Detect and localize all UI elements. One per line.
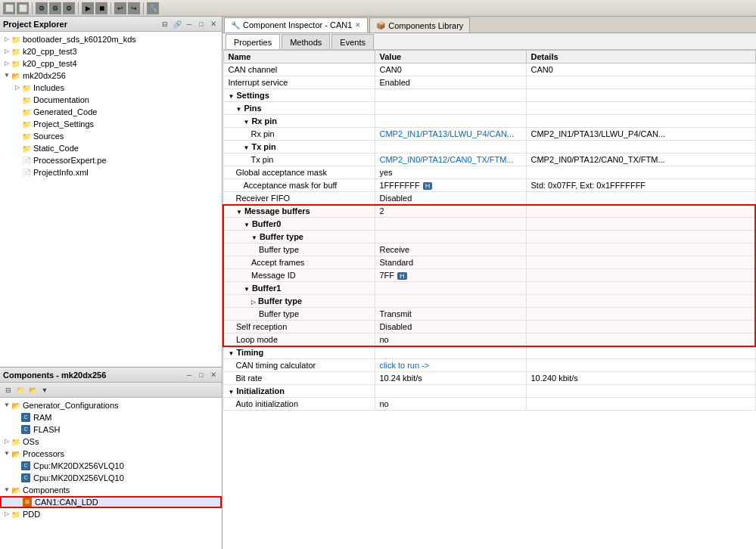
toolbar-icon-8[interactable]: ↩	[114, 2, 126, 14]
tree-item-static_code[interactable]: 📁Static_Code	[0, 142, 222, 154]
table-row: Buffer typeReceive	[223, 243, 755, 256]
comp-label-components_group: Components	[23, 485, 70, 495]
prop-details: Std: 0x07FF, Ext: 0x1FFFFFFF	[526, 179, 755, 192]
properties-table: Name Value Details CAN channelCAN0CAN0In…	[222, 50, 756, 411]
comp-folder-button[interactable]: 📂	[27, 385, 38, 395]
toolbar-icon-2[interactable]: ⬜	[17, 2, 29, 14]
tree-arrow-project_settings	[14, 120, 21, 128]
tree-item-includes[interactable]: ▷📁Includes	[0, 82, 222, 94]
collapse-all-button[interactable]: ⊟	[160, 19, 170, 29]
tree-label-project_settings: Project_Settings	[33, 119, 94, 129]
prop-name: Rx pin	[223, 128, 375, 141]
tab-properties[interactable]: Properties	[226, 34, 280, 49]
main-toolbar: ⬜ ⬜ ⚙ ⚙ ⚙ ▶ ⏹ ↩ ↪ 🔧	[0, 0, 756, 17]
table-row[interactable]: Rx pinCMP2_IN1/PTA13/LLWU_P4/CAN...CMP2_…	[223, 128, 755, 141]
tree-item-k20_cpp_test3[interactable]: ▷📁k20_cpp_test3	[0, 45, 222, 57]
prop-value: Standard	[375, 256, 526, 269]
tree-item-project_settings[interactable]: 📁Project_Settings	[0, 118, 222, 130]
prop-name: Loop mode	[223, 333, 375, 346]
comp-tree-item-flash[interactable]: CFLASH	[0, 423, 222, 436]
tree-item-generated_code[interactable]: 📁Generated_Code	[0, 106, 222, 118]
tree-item-k20_cpp_test4[interactable]: ▷📁k20_cpp_test4	[0, 57, 222, 70]
table-row[interactable]: Tx pinCMP2_IN0/PTA12/CAN0_TX/FTM...CMP2_…	[223, 154, 755, 166]
comp-maximize-button[interactable]: □	[196, 370, 207, 380]
tree-item-documentation[interactable]: 📁Documentation	[0, 94, 222, 106]
comp-add-button[interactable]: 📁	[15, 385, 26, 395]
comp-icon-oss: 📁	[11, 436, 21, 447]
tree-arrow-static_code	[14, 144, 21, 152]
toolbar-sep-3	[110, 2, 111, 14]
comp-label-cpu2: Cpu:MK20DX256VLQ10	[33, 473, 124, 482]
components-tree: ▼📂Generator_ConfigurationsCRAMCFLASH▷📁OS…	[0, 398, 222, 549]
hex-badge[interactable]: H	[397, 272, 407, 280]
comp-collapse-button[interactable]: ⊟	[3, 385, 14, 395]
prop-name: ▼Rx pin	[223, 115, 375, 128]
toolbar-icon-6[interactable]: ▶	[82, 2, 94, 14]
table-row: Global acceptance maskyes	[223, 166, 755, 179]
prop-value[interactable]: click to run ->	[375, 359, 526, 372]
prop-value[interactable]: CMP2_IN1/PTA13/LLWU_P4/CAN...	[375, 128, 526, 141]
close-button[interactable]: ✕	[208, 19, 219, 29]
table-row: Buffer typeTransmit	[223, 308, 755, 321]
tree-item-sources[interactable]: 📁Sources	[0, 130, 222, 142]
tree-item-processor_expert[interactable]: 📄ProcessorExpert.pe	[0, 154, 222, 166]
tree-arrow-k20_cpp_test4: ▷	[3, 60, 11, 67]
comp-more-button[interactable]: ▼	[39, 385, 50, 395]
toolbar-icon-5[interactable]: ⚙	[63, 2, 75, 14]
comp-label-cpu1: Cpu:MK20DX256VLQ10	[33, 461, 124, 470]
link-editor-button[interactable]: 🔗	[172, 19, 182, 29]
tree-arrow-bootloader: ▷	[3, 36, 11, 43]
prop-value	[375, 218, 526, 231]
comp-tree-item-pdd[interactable]: ▷📁PDD	[0, 508, 222, 520]
toolbar-icon-1[interactable]: ⬜	[3, 2, 15, 14]
prop-name: CAN timing calculator	[223, 359, 375, 372]
minimize-button[interactable]: ─	[184, 19, 194, 29]
right-panel: 🔧 Component Inspector - CAN1 ✕ 📦 Compone…	[222, 17, 756, 549]
comp-tree-item-processors[interactable]: ▼📂Processors	[0, 448, 222, 460]
comp-arrow-can1	[15, 498, 23, 506]
comp-tree-item-gen_config[interactable]: ▼📂Generator_Configurations	[0, 399, 222, 411]
tree-item-project_info[interactable]: 📄ProjectInfo.xml	[0, 166, 222, 178]
toolbar-icon-7[interactable]: ⏹	[95, 2, 107, 14]
table-row[interactable]: CAN timing calculatorclick to run ->	[223, 359, 755, 372]
tab-events[interactable]: Events	[331, 34, 374, 49]
tab-methods[interactable]: Methods	[282, 34, 330, 49]
tree-arrow-mk20dx256: ▼	[3, 72, 11, 79]
prop-details	[526, 192, 755, 205]
comp-tree-item-can1[interactable]: ⊞CAN1:CAN_LDD	[0, 496, 222, 508]
tree-icon-sources: 📁	[21, 131, 32, 141]
toolbar-icon-4[interactable]: ⚙	[49, 2, 61, 14]
comp-tree-item-cpu2[interactable]: CCpu:MK20DX256VLQ10	[0, 472, 222, 484]
table-row: Self receptionDisabled	[223, 321, 755, 333]
toolbar-icon-9[interactable]: ↪	[128, 2, 140, 14]
comp-tree-item-cpu1[interactable]: CCpu:MK20DX256VLQ10	[0, 460, 222, 472]
comp-arrow-processors: ▼	[3, 450, 11, 458]
tree-item-bootloader[interactable]: ▷📁bootloader_sds_k60120m_kds	[0, 33, 222, 45]
toolbar-icon-10[interactable]: 🔧	[147, 2, 159, 14]
inspector-tab-close[interactable]: ✕	[355, 21, 361, 29]
maximize-button[interactable]: □	[196, 19, 207, 29]
hex-badge[interactable]: H	[423, 182, 433, 190]
comp-icon-gen_config: 📂	[11, 400, 21, 411]
comp-minimize-button[interactable]: ─	[184, 370, 194, 380]
table-row: ▼Rx pin	[223, 115, 755, 128]
tree-item-mk20dx256[interactable]: ▼📂mk20dx256	[0, 70, 222, 82]
tree-icon-mk20dx256: 📂	[11, 70, 21, 81]
prop-name: Message ID	[223, 269, 375, 282]
editor-tab-bar: 🔧 Component Inspector - CAN1 ✕ 📦 Compone…	[222, 17, 756, 33]
tab-components-library[interactable]: 📦 Components Library	[369, 17, 470, 33]
prop-value: Receive	[375, 243, 526, 256]
comp-tree-item-components_group[interactable]: ▼📂Components	[0, 484, 222, 496]
prop-value	[375, 102, 526, 115]
tab-component-inspector[interactable]: 🔧 Component Inspector - CAN1 ✕	[224, 17, 368, 33]
project-explorer-panel: Project Explorer ⊟ 🔗 ─ □ ✕ ▷📁bootloader_…	[0, 17, 222, 368]
toolbar-icon-3[interactable]: ⚙	[36, 2, 48, 14]
comp-close-button[interactable]: ✕	[208, 370, 219, 380]
prop-value[interactable]: CMP2_IN0/PTA12/CAN0_TX/FTM...	[375, 154, 526, 166]
tree-icon-documentation: 📁	[21, 95, 32, 105]
table-row: ▷Buffer type	[223, 295, 755, 308]
comp-tree-item-oss[interactable]: ▷📁OSs	[0, 436, 222, 448]
comp-tree-item-ram[interactable]: CRAM	[0, 411, 222, 423]
prop-name: ▼Timing	[223, 346, 375, 359]
comp-arrow-pdd: ▷	[3, 510, 11, 518]
